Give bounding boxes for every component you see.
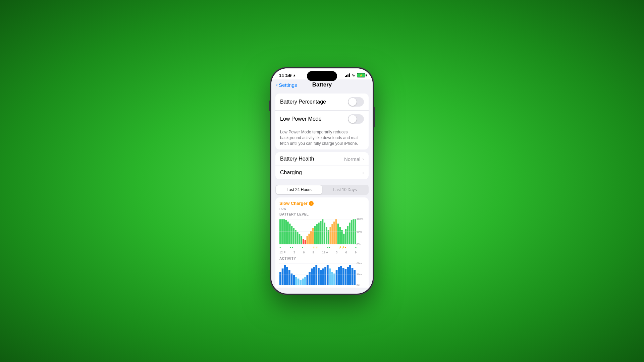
svg-rect-67 (336, 270, 338, 285)
svg-rect-36 (349, 223, 351, 244)
battery-level-label: BATTERY LEVEL (279, 213, 365, 216)
svg-rect-59 (318, 268, 320, 285)
status-icons: ∿ ⚡ (345, 73, 365, 78)
svg-rect-11 (301, 236, 302, 244)
svg-rect-21 (320, 221, 322, 244)
svg-rect-64 (329, 268, 331, 285)
svg-rect-72 (347, 267, 349, 285)
back-label[interactable]: Settings (279, 82, 297, 88)
svg-rect-58 (315, 265, 317, 285)
svg-rect-2 (283, 219, 285, 244)
battery-percentage-row[interactable]: Battery Percentage (275, 94, 369, 111)
slow-charger-label: Slow Charger i (279, 201, 365, 206)
low-power-description: Low Power Mode temporarily reduces backg… (275, 127, 369, 149)
svg-rect-23 (324, 223, 325, 244)
time-segment-control[interactable]: Last 24 Hours Last 10 Days (275, 185, 369, 195)
svg-rect-75 (354, 270, 356, 285)
signal-bars (345, 73, 350, 77)
svg-rect-70 (342, 268, 344, 285)
phone-device: 11:59 ▲ ∿ ⚡ ‹ Settings (270, 67, 374, 295)
svg-rect-50 (298, 279, 300, 285)
segment-10d[interactable]: Last 10 Days (322, 185, 368, 194)
svg-rect-8 (295, 230, 297, 244)
svg-rect-28 (333, 222, 335, 244)
activity-label: ACTIVITY (279, 257, 365, 260)
navigation-bar: ‹ Settings Battery (271, 79, 373, 91)
svg-rect-29 (335, 219, 337, 244)
wifi-icon: ∿ (352, 73, 355, 78)
low-power-mode-label: Low Power Mode (280, 116, 322, 122)
content-area[interactable]: Battery Percentage Low Power Mode Low Po… (271, 91, 373, 288)
svg-rect-65 (331, 272, 333, 285)
svg-rect-54 (307, 275, 309, 285)
svg-rect-48 (293, 275, 295, 285)
svg-rect-57 (313, 267, 315, 285)
svg-rect-5 (289, 224, 291, 244)
status-time: 11:59 ▲ (279, 72, 296, 78)
battery-health-row[interactable]: Battery Health Normal › (275, 152, 369, 166)
svg-rect-16 (310, 231, 312, 244)
svg-rect-60 (320, 270, 322, 285)
svg-rect-45 (286, 267, 288, 285)
svg-rect-17 (312, 228, 314, 244)
page-title: Battery (312, 81, 332, 88)
svg-rect-43 (282, 268, 284, 285)
chevron-right-icon: › (362, 156, 364, 162)
svg-rect-24 (326, 227, 327, 244)
svg-rect-12 (303, 239, 304, 244)
info-icon[interactable]: i (309, 201, 314, 206)
battery-health-right: Normal › (344, 156, 364, 162)
svg-rect-26 (330, 227, 331, 244)
svg-rect-63 (327, 265, 329, 285)
dynamic-island (307, 71, 337, 81)
phone-screen: 11:59 ▲ ∿ ⚡ ‹ Settings (271, 68, 373, 294)
charging-label: Charging (280, 170, 302, 176)
svg-rect-10 (299, 234, 301, 244)
back-button[interactable]: ‹ Settings (276, 82, 297, 88)
svg-rect-61 (322, 268, 324, 285)
battery-health-label: Battery Health (280, 156, 314, 162)
svg-rect-38 (353, 219, 355, 244)
low-power-mode-row[interactable]: Low Power Mode (275, 111, 369, 127)
battery-x-labels: 12 P 3 6 9 12 A 3 6 9 (279, 251, 365, 254)
battery-health-card: Battery Health Normal › Charging › (275, 152, 369, 179)
svg-rect-0 (279, 219, 281, 244)
svg-rect-69 (340, 266, 342, 285)
now-label: now (279, 206, 365, 210)
battery-percentage-toggle[interactable] (348, 97, 364, 107)
svg-rect-73 (349, 265, 351, 285)
svg-rect-1 (281, 219, 283, 244)
svg-rect-49 (295, 277, 297, 285)
toggle-knob (348, 98, 357, 106)
svg-rect-55 (309, 272, 311, 285)
svg-rect-66 (333, 274, 335, 285)
svg-rect-74 (352, 268, 354, 285)
activity-chart (279, 262, 365, 285)
charging-indicators: ● ● ● ● ⚡⚡ ●● ⚡⚡● ● (279, 246, 365, 249)
svg-rect-13 (305, 240, 306, 244)
svg-rect-27 (331, 224, 333, 244)
svg-rect-25 (328, 230, 329, 244)
svg-rect-15 (308, 234, 310, 244)
svg-rect-51 (300, 280, 302, 285)
battery-health-value: Normal (344, 156, 360, 162)
svg-rect-18 (314, 226, 316, 244)
charging-row[interactable]: Charging › (275, 166, 369, 179)
svg-rect-71 (345, 269, 347, 285)
activity-y-labels: 60m 30m 0m (357, 262, 365, 287)
svg-rect-39 (355, 219, 356, 244)
battery-level-chart-container: 100% 60% 0% (279, 218, 365, 246)
activity-svg (279, 262, 357, 285)
svg-rect-3 (285, 220, 287, 244)
svg-rect-37 (351, 220, 353, 244)
svg-rect-32 (341, 230, 343, 244)
battery-percentage-label: Battery Percentage (280, 99, 326, 105)
svg-rect-42 (279, 272, 281, 285)
svg-rect-6 (291, 226, 293, 244)
battery-y-labels: 100% 60% 0% (357, 218, 365, 246)
segment-24h[interactable]: Last 24 Hours (276, 185, 322, 194)
svg-rect-31 (339, 227, 341, 244)
battery-icon: ⚡ (357, 73, 365, 77)
svg-rect-4 (287, 222, 289, 244)
low-power-mode-toggle[interactable] (348, 114, 364, 124)
